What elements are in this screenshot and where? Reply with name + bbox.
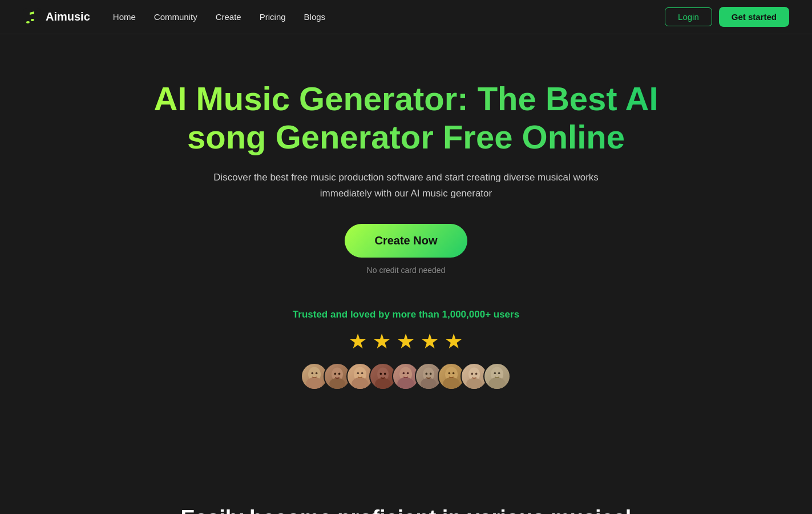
svg-point-15 [380, 372, 382, 375]
svg-point-7 [334, 372, 337, 375]
svg-point-10 [352, 378, 369, 389]
svg-point-19 [403, 372, 405, 374]
nav-item-home[interactable]: Home [113, 12, 136, 22]
svg-point-8 [338, 372, 341, 375]
svg-point-28 [453, 372, 455, 374]
logo-text: Aimusic [46, 10, 90, 23]
star-2: ★ [373, 330, 391, 354]
nav-item-pricing[interactable]: Pricing [260, 12, 286, 22]
no-credit-card-text: No credit card needed [367, 266, 446, 275]
nav-link-create[interactable]: Create [216, 12, 241, 22]
svg-point-30 [467, 378, 483, 389]
logo-icon [23, 8, 41, 26]
nav-link-community[interactable]: Community [154, 12, 197, 22]
svg-point-4 [316, 372, 318, 374]
svg-point-35 [494, 372, 496, 374]
svg-point-16 [384, 372, 386, 375]
hero-section: AI Music Generator: The Best AI song Gen… [0, 34, 812, 470]
hero-title: AI Music Generator: The Best AI song Gen… [150, 80, 663, 156]
navbar-left: Aimusic Home Community Create Pricing Bl… [23, 8, 325, 26]
get-started-button[interactable]: Get started [719, 7, 789, 27]
svg-point-31 [471, 372, 474, 375]
navbar: Aimusic Home Community Create Pricing Bl… [0, 0, 812, 34]
nav-item-create[interactable]: Create [216, 12, 241, 22]
svg-point-26 [443, 378, 460, 389]
svg-point-6 [330, 378, 346, 389]
svg-point-11 [357, 372, 359, 374]
avatar-9 [483, 363, 511, 390]
nav-link-home[interactable]: Home [113, 12, 136, 22]
trust-section: Trusted and loved by more than 1,000,000… [293, 309, 519, 390]
star-4: ★ [421, 330, 439, 354]
create-now-button[interactable]: Create Now [345, 224, 467, 258]
login-button[interactable]: Login [665, 7, 712, 26]
svg-point-12 [361, 372, 363, 374]
hero-subtitle: Discover the best free music production … [212, 170, 600, 200]
svg-point-3 [312, 372, 314, 374]
nav-links: Home Community Create Pricing Blogs [113, 12, 325, 22]
star-1: ★ [349, 330, 367, 354]
trust-text: Trusted and loved by more than 1,000,000… [293, 309, 519, 320]
svg-point-2 [306, 378, 323, 389]
svg-rect-0 [23, 8, 41, 26]
svg-point-14 [375, 378, 391, 389]
svg-point-22 [421, 378, 437, 389]
svg-point-24 [430, 372, 432, 375]
navbar-right: Login Get started [665, 7, 789, 27]
avatars-row [301, 363, 511, 390]
star-5: ★ [445, 330, 463, 354]
second-section: Easily become proficient in various musi… [0, 470, 812, 514]
svg-point-23 [426, 372, 428, 375]
trust-suffix: users [491, 309, 519, 320]
svg-point-32 [475, 372, 478, 375]
nav-item-blogs[interactable]: Blogs [304, 12, 326, 22]
svg-point-20 [407, 372, 409, 374]
star-3: ★ [397, 330, 415, 354]
trust-prefix: Trusted and loved by more than [293, 309, 442, 320]
svg-point-34 [489, 378, 506, 389]
svg-point-36 [498, 372, 500, 374]
nav-link-blogs[interactable]: Blogs [304, 12, 326, 22]
svg-point-27 [449, 372, 451, 374]
logo[interactable]: Aimusic [23, 8, 90, 26]
second-section-title: Easily become proficient in various musi… [150, 504, 663, 514]
svg-point-18 [398, 378, 414, 389]
nav-item-community[interactable]: Community [154, 12, 197, 22]
trust-count: 1,000,000+ [442, 309, 491, 320]
nav-link-pricing[interactable]: Pricing [260, 12, 286, 22]
stars-row: ★ ★ ★ ★ ★ [349, 330, 463, 354]
